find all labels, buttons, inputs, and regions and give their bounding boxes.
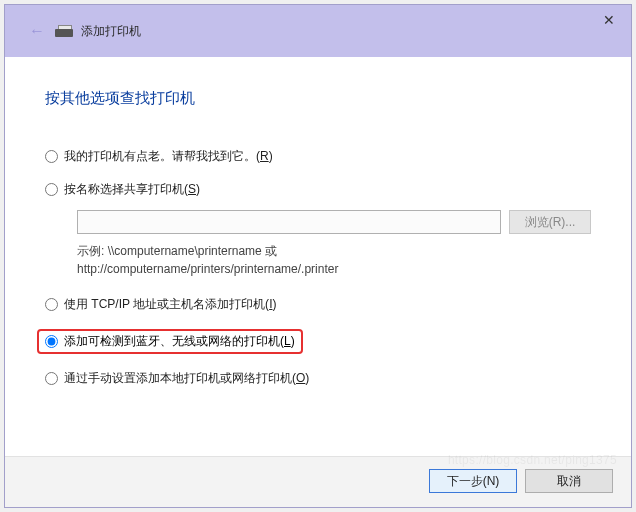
share-name-input[interactable]: [77, 210, 501, 234]
printer-icon: [55, 23, 73, 39]
option-wireless-row: 添加可检测到蓝牙、无线或网络的打印机(L): [45, 329, 591, 354]
radio-wireless[interactable]: [45, 335, 58, 348]
label-local: 通过手动设置添加本地打印机或网络打印机(O): [64, 370, 309, 387]
label-shared: 按名称选择共享打印机(S): [64, 181, 200, 198]
example-text: 示例: \\computername\printername 或 http://…: [77, 242, 591, 278]
radio-older[interactable]: [45, 150, 58, 163]
option-older-printer[interactable]: 我的打印机有点老。请帮我找到它。(R): [45, 148, 591, 165]
option-wireless[interactable]: 添加可检测到蓝牙、无线或网络的打印机(L): [37, 329, 303, 354]
radio-local[interactable]: [45, 372, 58, 385]
back-arrow-icon: ←: [29, 22, 45, 40]
radio-tcpip[interactable]: [45, 298, 58, 311]
label-older: 我的打印机有点老。请帮我找到它。(R): [64, 148, 273, 165]
label-tcpip: 使用 TCP/IP 地址或主机名添加打印机(I): [64, 296, 276, 313]
next-button[interactable]: 下一步(N): [429, 469, 517, 493]
close-button[interactable]: ✕: [587, 5, 631, 35]
cancel-button[interactable]: 取消: [525, 469, 613, 493]
browse-button[interactable]: 浏览(R)...: [509, 210, 591, 234]
option-local[interactable]: 通过手动设置添加本地打印机或网络打印机(O): [45, 370, 591, 387]
dialog-content: 按其他选项查找打印机 我的打印机有点老。请帮我找到它。(R) 按名称选择共享打印…: [5, 57, 631, 456]
add-printer-dialog: ← 添加打印机 ✕ 按其他选项查找打印机 我的打印机有点老。请帮我找到它。(R)…: [4, 4, 632, 508]
close-icon: ✕: [603, 12, 615, 28]
option-shared-printer[interactable]: 按名称选择共享打印机(S): [45, 181, 591, 198]
shared-sub-block: 浏览(R)... 示例: \\computername\printername …: [77, 210, 591, 278]
label-wireless: 添加可检测到蓝牙、无线或网络的打印机(L): [64, 333, 295, 350]
titlebar: ← 添加打印机 ✕: [5, 5, 631, 57]
share-input-row: 浏览(R)...: [77, 210, 591, 234]
watermark: https://blog.csdn.net/ping1375: [448, 453, 617, 467]
titlebar-text: 添加打印机: [81, 23, 141, 40]
option-tcpip[interactable]: 使用 TCP/IP 地址或主机名添加打印机(I): [45, 296, 591, 313]
radio-shared[interactable]: [45, 183, 58, 196]
page-title: 按其他选项查找打印机: [45, 89, 591, 108]
